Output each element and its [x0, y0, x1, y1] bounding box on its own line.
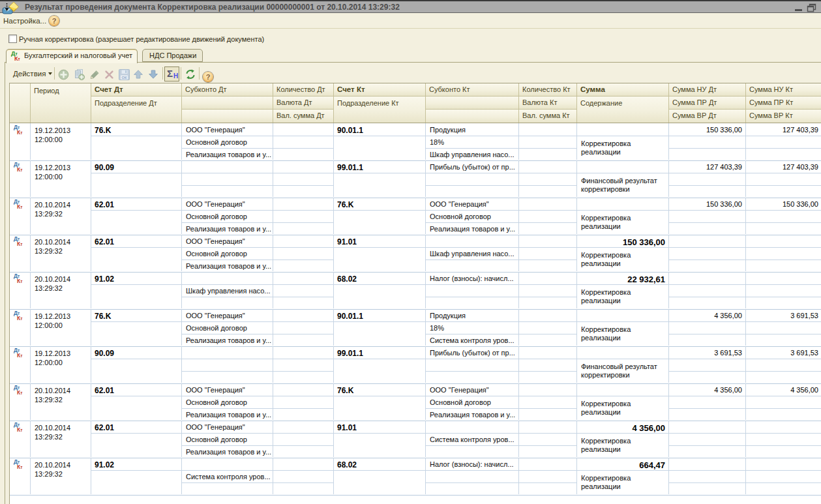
svg-text:ОК: ОК	[122, 76, 128, 80]
